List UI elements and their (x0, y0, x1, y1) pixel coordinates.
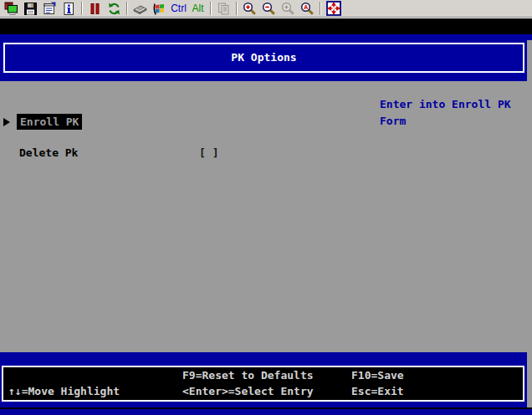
screen-top-strip (0, 18, 532, 34)
title-box: PK Options (3, 43, 524, 73)
zoom-reset-icon[interactable] (279, 1, 298, 17)
hotkey-exit: Esc=Exit (351, 385, 404, 397)
screen-right-margin (527, 40, 532, 81)
alt-key-button[interactable]: Alt (188, 1, 207, 17)
toolbar-separator (320, 2, 321, 15)
toolbar-separator (210, 2, 212, 15)
delete-pk-checkbox[interactable]: [ ] (199, 146, 218, 159)
footer-divider-line (0, 407, 532, 409)
hotkey-move-highlight: ↑↓=Move Highlight (8, 385, 120, 397)
toolbar-separator (81, 2, 83, 15)
menu-item-delete-pk[interactable]: Delete Pk (19, 146, 78, 159)
svg-text:A: A (304, 3, 309, 11)
preferences-icon[interactable] (40, 1, 59, 17)
page-title: PK Options (5, 44, 523, 70)
toolbar-separator (126, 2, 128, 15)
toolbar-separator (236, 2, 238, 15)
hotkey-reset-defaults: F9=Reset to Defaults (182, 369, 314, 382)
menu-item-enroll-pk[interactable]: Enroll PK (17, 114, 82, 130)
zoom-auto-icon[interactable]: A (298, 1, 317, 17)
zoom-out-icon[interactable] (259, 1, 279, 17)
hotkey-legend-box: F9=Reset to Defaults F10=Save ↑↓=Move Hi… (2, 366, 524, 402)
keyboard-macros-icon[interactable] (150, 1, 169, 17)
help-text-line2: Form (380, 115, 406, 127)
screen-right-margin-bottom (527, 352, 532, 407)
help-text-line1: Enter into Enroll PK (380, 98, 511, 110)
capture-screen-icon[interactable] (2, 1, 21, 17)
fullscreen-icon[interactable] (324, 1, 343, 17)
soft-keyboard-icon[interactable] (130, 1, 150, 17)
ctrl-key-button[interactable]: Ctrl (169, 1, 188, 17)
save-icon[interactable] (21, 1, 40, 17)
refresh-icon[interactable] (105, 1, 124, 17)
submenu-arrow-icon (3, 118, 10, 126)
session-info-icon[interactable] (59, 1, 79, 17)
hotkey-select-entry: <Enter>=Select Entry (182, 385, 314, 397)
zoom-in-icon[interactable] (240, 1, 259, 17)
bios-screen: PK Options Enroll PK Delete Pk [ ] Enter… (0, 18, 532, 415)
viewer-toolbar: Ctrl Alt (0, 0, 532, 17)
pause-redraw-icon[interactable] (85, 1, 105, 17)
hotkey-save: F10=Save (351, 369, 404, 382)
copy-icon[interactable] (214, 1, 233, 17)
